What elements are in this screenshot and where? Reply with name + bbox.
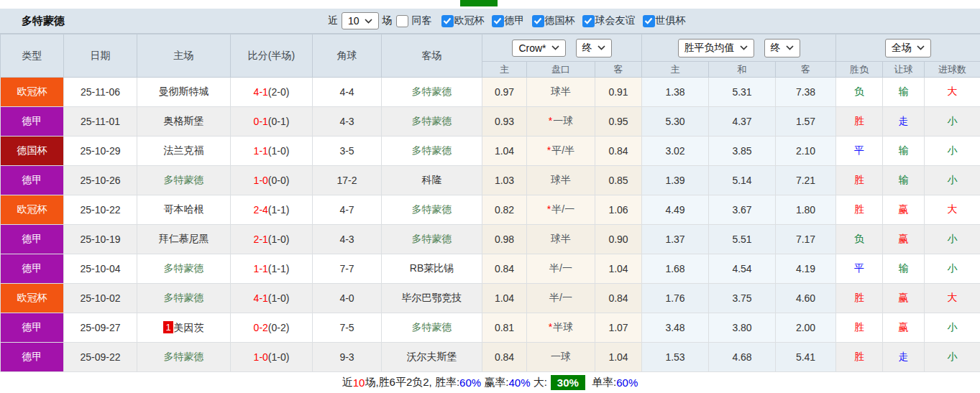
match-date: 25-10-29 <box>64 137 137 166</box>
halftime-score: (0-0) <box>268 175 290 186</box>
ah-home-odds: 1.04 <box>482 284 527 313</box>
match-row: 德国杯25-10-29法兰克福1-1(1-0)3-5多特蒙德1.04*平/半0.… <box>1 137 980 166</box>
odds-away: 1.80 <box>776 195 836 225</box>
odds-home: 3.48 <box>642 313 709 343</box>
result-goals: 小 <box>925 313 980 343</box>
away-team-cell: 沃尔夫斯堡 <box>382 343 482 372</box>
sub-o-draw: 和 <box>709 62 776 78</box>
col-header-home: 主场 <box>137 34 231 78</box>
ah-line-cell: *半/一 <box>527 195 595 225</box>
result-goals: 小 <box>925 107 980 137</box>
ah-away-odds: 0.91 <box>595 78 642 107</box>
match-row: 欧冠杯25-11-06曼彻斯特城4-1(2-0)4-4多特蒙德0.97球半0.9… <box>1 78 980 107</box>
bookmaker-time-select[interactable]: 终 <box>576 39 612 57</box>
ah-away-odds: 1.04 <box>595 343 642 372</box>
ah-rate-label: 赢率: <box>481 376 508 389</box>
ah-away-odds: 0.95 <box>595 107 642 137</box>
scope-select[interactable]: 全场 <box>885 39 931 57</box>
fulltime-score: 4-1 <box>254 86 268 98</box>
competition-badge: 欧冠杯 <box>1 195 64 225</box>
competition-badge: 德国杯 <box>1 137 64 166</box>
competition-checkbox[interactable] <box>492 15 504 27</box>
avg-time-select[interactable]: 终 <box>764 39 800 57</box>
home-team-cell: 拜仁慕尼黑 <box>137 225 231 254</box>
fulltime-score: 0-2 <box>254 322 268 333</box>
result-handicap: 赢 <box>883 225 925 254</box>
ah-line-cell: 球半 <box>527 78 595 107</box>
away-team-cell: RB莱比锡 <box>382 254 482 284</box>
home-team-cell: 哥本哈根 <box>137 195 231 225</box>
ah-line: 平/半 <box>551 144 574 156</box>
corners-cell: 4-4 <box>313 78 382 107</box>
chevron-down-icon <box>551 45 559 50</box>
team-name: 多特蒙德 <box>164 174 204 185</box>
ah-line: 半/一 <box>549 262 572 274</box>
result-wdl: 平 <box>836 137 883 166</box>
odds-away: 4.19 <box>776 254 836 284</box>
avg-odds-select[interactable]: 胜平负均值 <box>678 39 754 57</box>
ah-line-cell: *半球 <box>527 313 595 343</box>
away-team-cell: 科隆 <box>382 166 482 195</box>
result-wdl: 平 <box>836 254 883 284</box>
match-date: 25-10-02 <box>64 284 137 313</box>
ah-home-odds: 0.98 <box>482 225 527 254</box>
score-cell: 2-1(1-0) <box>231 225 313 254</box>
competition-checkbox[interactable] <box>582 15 595 27</box>
competition-badge: 德甲 <box>1 313 64 343</box>
result-handicap: 赢 <box>883 284 925 313</box>
competition-checkbox[interactable] <box>643 15 655 27</box>
halftime-score: (1-1) <box>268 204 290 216</box>
star-mark: * <box>549 115 552 126</box>
odds-home: 1.76 <box>642 284 709 313</box>
competition-checkbox[interactable] <box>532 15 544 27</box>
competition-checkbox[interactable] <box>441 15 454 27</box>
result-wdl: 胜 <box>836 107 883 137</box>
same-away-checkbox[interactable] <box>396 15 408 27</box>
odds-home: 3.02 <box>642 137 709 166</box>
match-date: 25-10-19 <box>64 225 137 254</box>
odds-away: 4.60 <box>776 284 836 313</box>
ah-rate: 40% <box>508 376 530 389</box>
near-count-select[interactable]: 10 <box>342 12 379 29</box>
score-cell: 4-1(2-0) <box>231 78 313 107</box>
result-wdl: 胜 <box>836 343 883 372</box>
result-header: 全场 <box>836 34 980 62</box>
odds-draw: 3.80 <box>709 313 776 343</box>
result-goals: 小 <box>925 137 980 166</box>
result-goals: 小 <box>925 254 980 284</box>
ah-home-odds: 0.84 <box>482 254 527 284</box>
score-cell: 2-4(1-1) <box>231 195 313 225</box>
corners-cell: 17-2 <box>313 166 382 195</box>
odds-draw: 3.85 <box>709 137 776 166</box>
result-wdl: 负 <box>836 78 883 107</box>
team-name: 毕尔巴鄂竞技 <box>402 292 462 303</box>
ah-away-odds: 1.07 <box>595 313 642 343</box>
match-date: 25-10-04 <box>64 254 137 284</box>
ah-line-cell: 球半 <box>527 225 595 254</box>
corners-cell: 4-0 <box>313 284 382 313</box>
big-rate-label: 大: <box>531 376 547 389</box>
home-team-cell: 多特蒙德 <box>137 254 231 284</box>
score-cell: 1-1(1-1) <box>231 254 313 284</box>
team-name: 沃尔夫斯堡 <box>407 351 457 362</box>
match-row: 德甲25-09-22多特蒙德1-0(1-0)9-3沃尔夫斯堡0.84一球1.04… <box>1 343 980 372</box>
col-header-corners: 角球 <box>313 34 382 78</box>
footer-prefix: 近 <box>342 376 353 389</box>
odds-home: 5.30 <box>642 107 709 137</box>
team-name: 法兰克福 <box>164 144 204 156</box>
halftime-score: (1-1) <box>268 263 290 274</box>
match-date: 25-11-06 <box>64 78 137 107</box>
home-team-cell: 奥格斯堡 <box>137 107 231 137</box>
bookmaker-select[interactable]: Crow* <box>512 40 565 57</box>
sub-res-wdl: 胜负 <box>836 62 883 78</box>
competition-label: 世俱杯 <box>656 14 686 27</box>
col-header-type: 类型 <box>1 34 64 78</box>
corners-cell: 7-5 <box>313 313 382 343</box>
team-name: 多特蒙德 <box>412 321 452 333</box>
odds-away: 7.21 <box>776 166 836 195</box>
team-name: RB莱比锡 <box>410 262 454 274</box>
corners-cell: 4-7 <box>313 195 382 225</box>
result-handicap: 走 <box>883 107 925 137</box>
odds-draw: 4.54 <box>709 254 776 284</box>
chevron-down-icon <box>365 19 372 24</box>
